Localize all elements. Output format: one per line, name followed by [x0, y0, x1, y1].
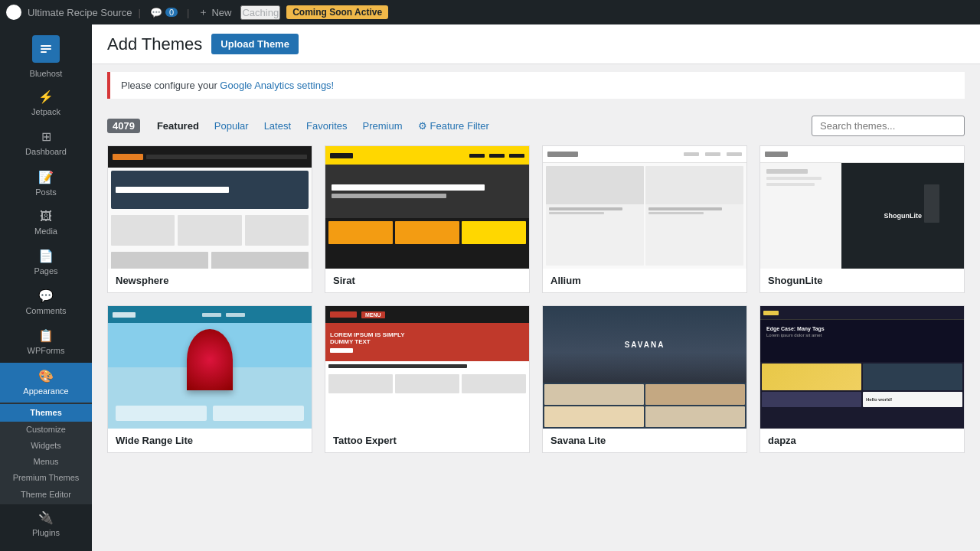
top-bar: Ultimate Recipe Source | 💬 0 | ＋ New Cac…	[0, 0, 980, 24]
search-themes-input[interactable]	[812, 116, 965, 136]
sidebar-item-comments[interactable]: 💬 Comments	[0, 282, 92, 322]
tattoo-thumbnail: MENU LOREM IPSUM IS SIMPLY DUMMY TEXT	[325, 306, 529, 429]
caching-button[interactable]: Caching	[240, 5, 280, 20]
theme-card-tattoo-expert[interactable]: MENU LOREM IPSUM IS SIMPLY DUMMY TEXT	[325, 305, 530, 453]
sidebar-brand[interactable]: Bluehost	[0, 28, 92, 83]
submenu-themes[interactable]: Themes	[0, 404, 92, 422]
themes-grid: Newsphere	[92, 145, 980, 468]
submenu-customize[interactable]: Customize	[0, 422, 92, 438]
filter-latest[interactable]: Latest	[256, 117, 299, 135]
content-area: Add Themes Upload Theme Please configure…	[92, 24, 980, 551]
sirat-thumbnail	[325, 146, 529, 269]
filter-bar: 4079 Featured Popular Latest Favorites P…	[92, 106, 980, 145]
svg-rect-4	[41, 51, 47, 53]
tattoo-expert-name: Tattoo Expert	[325, 429, 529, 452]
shogunlite-thumbnail: ShogunLite	[760, 146, 964, 269]
shogunlite-name: ShogunLite	[760, 269, 964, 292]
premium-themes-label: Premium Themes	[13, 473, 80, 483]
sidebar: Bluehost ⚡ Jetpack ⊞ Dashboard 📝 Posts 🖼…	[0, 24, 92, 551]
theme-card-dapza[interactable]: Edge Case: Many Tags Lorem ipsum dolor s…	[760, 305, 965, 453]
theme-count-badge: 4079	[107, 119, 140, 133]
savana-thumbnail: SAVANA	[543, 306, 746, 429]
sidebar-item-plugins[interactable]: 🔌 Plugins	[0, 504, 92, 544]
newsphere-thumbnail	[108, 146, 312, 269]
theme-card-wide-range-lite[interactable]: Wide Range Lite	[107, 305, 312, 453]
allium-thumbnail	[543, 146, 746, 269]
themes-sub-label: Themes	[30, 408, 62, 418]
filter-favorites[interactable]: Favorites	[299, 117, 354, 135]
gear-icon: ⚙	[418, 120, 427, 132]
comments-sidebar-label: Comments	[25, 306, 66, 316]
feature-filter-label: Feature Filter	[430, 120, 489, 132]
wide-range-name: Wide Range Lite	[108, 429, 312, 452]
submenu-premium-themes[interactable]: Premium Themes	[0, 470, 92, 486]
newsphere-name: Newsphere	[108, 269, 312, 292]
pages-label: Pages	[34, 266, 57, 276]
analytics-link[interactable]: Google Analytics settings!	[220, 80, 334, 91]
media-label: Media	[34, 227, 57, 236]
filter-featured[interactable]: Featured	[149, 117, 207, 135]
widgets-label: Widgets	[31, 441, 61, 451]
appearance-submenu: Themes Customize Widgets Menus Premium T…	[0, 403, 92, 504]
site-name[interactable]: Ultimate Recipe Source	[28, 7, 132, 18]
wpforms-label: WPForms	[28, 346, 65, 356]
sidebar-item-jetpack[interactable]: ⚡ Jetpack	[0, 83, 92, 123]
jetpack-icon: ⚡	[38, 90, 54, 104]
filter-premium[interactable]: Premium	[355, 117, 410, 135]
sidebar-item-users[interactable]: 👤 Users	[0, 544, 92, 551]
filter-popular[interactable]: Popular	[207, 117, 256, 135]
posts-label: Posts	[35, 187, 57, 197]
jetpack-label: Jetpack	[31, 107, 60, 117]
upload-theme-button[interactable]: Upload Theme	[211, 34, 299, 54]
theme-editor-label: Theme Editor	[21, 490, 71, 500]
menus-label: Menus	[33, 457, 58, 467]
dapza-name: dapza	[760, 429, 964, 452]
comments-sidebar-icon: 💬	[38, 289, 54, 303]
appearance-label: Appearance	[23, 386, 68, 396]
theme-card-allium[interactable]: Allium	[542, 145, 747, 293]
dapza-thumbnail: Edge Case: Many Tags Lorem ipsum dolor s…	[760, 306, 964, 429]
sirat-name: Sirat	[325, 269, 529, 292]
wide-range-thumbnail	[108, 306, 312, 429]
sidebar-item-pages[interactable]: 📄 Pages	[0, 243, 92, 282]
bluehost-label: Bluehost	[30, 69, 63, 79]
customize-label: Customize	[26, 425, 66, 435]
main-layout: Bluehost ⚡ Jetpack ⊞ Dashboard 📝 Posts 🖼…	[0, 24, 980, 551]
theme-card-sirat[interactable]: Sirat	[325, 145, 530, 293]
sidebar-item-dashboard[interactable]: ⊞ Dashboard	[0, 123, 92, 163]
dashboard-icon: ⊞	[41, 129, 51, 144]
posts-icon: 📝	[38, 170, 54, 184]
svg-rect-2	[41, 45, 51, 47]
submenu-widgets[interactable]: Widgets	[0, 438, 92, 454]
media-icon: 🖼	[40, 210, 52, 223]
comment-count: 0	[165, 8, 178, 17]
wp-logo	[6, 5, 21, 20]
theme-card-newsphere[interactable]: Newsphere	[107, 145, 312, 293]
sidebar-item-appearance[interactable]: 🎨 Appearance	[0, 363, 92, 403]
comments-button[interactable]: 💬 0	[147, 7, 181, 18]
new-button[interactable]: ＋ New	[195, 5, 234, 19]
feature-filter-button[interactable]: ⚙ Feature Filter	[410, 117, 497, 135]
notice-text: Please configure your	[121, 80, 220, 91]
submenu-menus[interactable]: Menus	[0, 454, 92, 470]
analytics-notice: Please configure your Google Analytics s…	[107, 72, 965, 99]
plugins-label: Plugins	[32, 528, 60, 538]
theme-card-savana-lite[interactable]: SAVANA Savana Lite	[542, 305, 747, 453]
pages-icon: 📄	[38, 249, 54, 263]
sidebar-item-media[interactable]: 🖼 Media	[0, 204, 92, 243]
svg-rect-3	[41, 48, 51, 50]
sidebar-item-posts[interactable]: 📝 Posts	[0, 164, 92, 204]
theme-card-shogunlite[interactable]: ShogunLite ShogunLite	[760, 145, 965, 293]
submenu-theme-editor[interactable]: Theme Editor	[0, 487, 92, 503]
appearance-icon: 🎨	[38, 369, 54, 383]
bluehost-icon	[32, 35, 60, 63]
coming-soon-badge[interactable]: Coming Soon Active	[286, 5, 388, 19]
sidebar-item-wpforms[interactable]: 📋 WPForms	[0, 322, 92, 362]
page-title: Add Themes	[107, 34, 202, 54]
dashboard-label: Dashboard	[25, 147, 67, 157]
savana-name: Savana Lite	[543, 429, 746, 452]
plus-icon: ＋	[198, 5, 208, 19]
plugins-icon: 🔌	[38, 510, 54, 525]
wpforms-icon: 📋	[38, 328, 54, 343]
allium-name: Allium	[543, 269, 746, 292]
